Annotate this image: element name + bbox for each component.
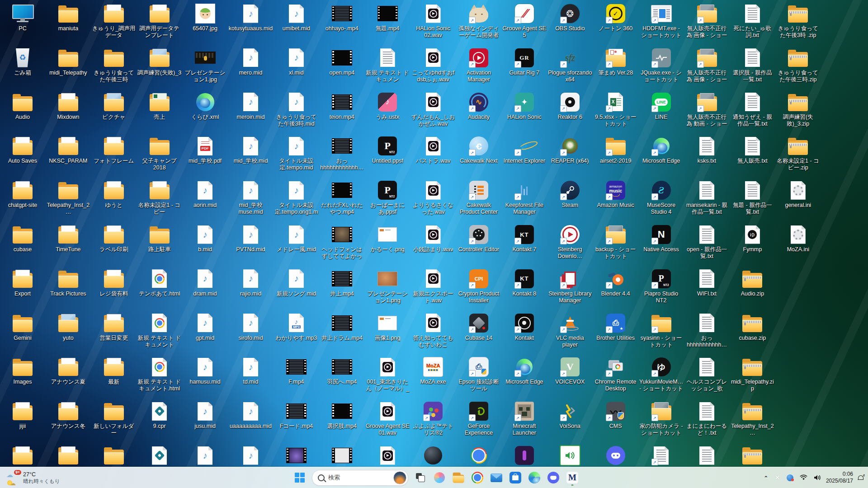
desktop-icon[interactable]: 調声練習(失敗)_3 xyxy=(137,47,182,76)
desktop-icon[interactable]: ゆ↗YukkuriMovieM… - ショートカット xyxy=(639,356,684,392)
desktop-icon[interactable]: ピクチャ xyxy=(92,91,136,121)
volume-icon[interactable] xyxy=(812,469,823,487)
desktop-icon[interactable]: ⫽↗Groove Agent SE 5 xyxy=(502,3,547,39)
desktop-icon[interactable]: ↗Steam xyxy=(548,179,592,209)
desktop-icon[interactable] xyxy=(0,445,45,467)
desktop-icon[interactable]: ↗筆まめ Ver.28 xyxy=(594,47,638,76)
desktop-icon[interactable]: よりうるさくなった.wav xyxy=(411,179,455,216)
desktop-icon[interactable]: 調声練習(失敗)_3.zip xyxy=(776,91,820,127)
wifi-icon[interactable] xyxy=(798,469,809,487)
desktop-icon[interactable]: ラベル印刷 xyxy=(92,224,136,253)
desktop-icon[interactable]: ♪mero.mid xyxy=(229,47,273,76)
desktop-icon[interactable]: 最新 xyxy=(92,356,136,385)
desktop-icon[interactable]: ♪xl.mid xyxy=(274,47,318,76)
desktop-icon[interactable]: ♪uaaaaaaaaa.mid xyxy=(229,400,273,430)
desktop-icon[interactable]: 無題.mp4 xyxy=(365,3,410,32)
desktop-icon[interactable] xyxy=(594,445,638,467)
desktop-icon[interactable]: MoZA.ini xyxy=(776,224,820,253)
desktop-icon[interactable]: ずんだもん_しおかぜふ.wav xyxy=(411,91,455,127)
desktop-icon[interactable]: ksks.txt xyxy=(685,135,729,164)
desktop-icon[interactable] xyxy=(411,445,455,467)
desktop-icon[interactable]: V↗VOICEVOX xyxy=(548,356,592,385)
desktop-icon[interactable]: ♪mid_学校muse.mid xyxy=(229,179,273,216)
desktop-icon[interactable] xyxy=(502,445,547,467)
store-button[interactable] xyxy=(507,469,524,487)
desktop-icon[interactable]: F.mp4 xyxy=(274,356,318,385)
desktop-icon[interactable] xyxy=(730,445,774,467)
desktop-icon[interactable]: 路上駐車 xyxy=(137,224,182,253)
desktop-icon[interactable]: ↗Reaktor 6 xyxy=(548,91,592,121)
desktop-icon[interactable]: ♪meroin.mid xyxy=(229,91,273,121)
desktop-icon[interactable]: yuto xyxy=(46,312,90,342)
desktop-icon[interactable]: ↗VoiSona xyxy=(548,400,592,430)
desktop-icon[interactable]: ♪hamusu.mid xyxy=(183,356,227,385)
desktop-icon[interactable]: midi_Telepathy xyxy=(46,47,90,76)
desktop-icon[interactable]: PDFmid_学校.pdf xyxy=(183,135,227,164)
desktop-icon[interactable]: ♪ xyxy=(229,445,273,467)
desktop-icon[interactable]: GR↗Guitar Rig 7 xyxy=(502,47,547,76)
desktop-icon[interactable]: ♪rajio.mid xyxy=(229,268,273,297)
desktop-icon[interactable]: open.mp4 xyxy=(320,47,364,76)
desktop-icon[interactable]: Track Pictures xyxy=(46,268,90,297)
desktop-icon[interactable]: ♪メドレー風.mid xyxy=(274,224,318,253)
desktop-icon[interactable]: ↗孤独なインディーゲーム開発者の一生 … xyxy=(457,3,501,39)
desktop-icon[interactable]: ♪うみ.ustx xyxy=(365,91,410,121)
desktop-icon[interactable]: NKSC_PARAM xyxy=(46,135,90,164)
m-app-button[interactable]: M xyxy=(564,469,581,487)
desktop-icon[interactable]: ↗HDDFMT.exe - ショートカット xyxy=(639,3,684,39)
desktop-icon[interactable]: teion.mp4 xyxy=(320,91,364,121)
desktop-icon[interactable] xyxy=(137,445,182,467)
desktop-icon[interactable]: ↗Chrome Remote Desktop xyxy=(594,356,638,392)
desktop-icon[interactable]: general.ini xyxy=(776,179,820,209)
desktop-icon[interactable]: 選択肢.mp4 xyxy=(320,400,364,430)
desktop-icon[interactable]: ↗Kontakt xyxy=(502,312,547,342)
desktop-icon[interactable]: X↗9.5.xlsx - ショートカット xyxy=(594,91,638,127)
tray-chevron-up-icon[interactable]: ⌃ xyxy=(762,469,770,487)
desktop-icon[interactable]: open - 親作品一覧.txt xyxy=(685,224,729,260)
desktop-icon[interactable]: midi_Telepathy.zip xyxy=(730,356,774,392)
desktop-icon[interactable]: Audio xyxy=(0,91,45,121)
desktop-icon[interactable]: ↗無人販売不正行為 動画 - ショートカット xyxy=(685,91,729,128)
desktop-icon[interactable] xyxy=(685,445,729,467)
desktop-icon[interactable]: chatgpt-site xyxy=(0,179,45,209)
desktop-icon[interactable]: 井上ドラム.mp4 xyxy=(320,312,364,342)
desktop-icon[interactable]: ↗airset2-2019 xyxy=(594,135,638,164)
desktop-icon[interactable]: ✓↗ノートン 360 xyxy=(594,3,638,32)
desktop-icon[interactable]: おっhhhhhhhhhhh… xyxy=(685,312,729,348)
desktop-icon[interactable]: 新規 テキスト ドキュメント (2).html xyxy=(137,312,182,349)
desktop-icon[interactable]: HALion Sonic 02.wav xyxy=(411,3,455,39)
desktop-icon[interactable]: ↗Microsoft Edge xyxy=(639,135,684,164)
search-highlight-image[interactable] xyxy=(393,471,406,484)
desktop-icon[interactable]: PNT2↗Piapro Studio NT2 xyxy=(639,268,684,304)
desktop-icon[interactable]: ↗backup - ショートカット xyxy=(594,224,638,260)
desktop-icon[interactable]: 名称未設定1 - コピー xyxy=(137,179,182,216)
desktop-icon[interactable]: ↗無人販売不正行為 画像 - ショートカット xyxy=(685,47,729,84)
desktop-icon[interactable]: きゅうり食ってた午後3時 .zip xyxy=(776,3,820,39)
tray-clock[interactable]: 0:06 2025/08/17 xyxy=(826,471,853,484)
desktop-icon[interactable]: Audio.zip xyxy=(730,268,774,297)
desktop-icon[interactable]: ↗REAPER (x64) xyxy=(548,135,592,164)
desktop-icon[interactable]: 新しいフォルダー xyxy=(92,400,136,436)
desktop-icon[interactable] xyxy=(46,445,90,467)
desktop-icon[interactable]: こってゆhdすおf dsbふぉ.wav xyxy=(411,47,455,83)
search-box[interactable]: 検索 xyxy=(312,470,408,486)
desktop-icon[interactable]: アナウンス冬 xyxy=(46,400,90,430)
desktop-icon[interactable]: CPI↗Crypton Product Installer xyxy=(457,268,501,304)
desktop-icon[interactable]: ohhayo-.mp4 xyxy=(320,3,364,32)
desktop-icon[interactable]: manisekarin - 親作品一覧.txt xyxy=(685,179,729,216)
desktop-icon[interactable]: 画像1.png xyxy=(365,312,410,342)
desktop-icon[interactable]: おっhhhhhhhhhhhh… xyxy=(320,135,364,171)
desktop-icon[interactable]: ヘルスコンプレッション_歌詞.txt xyxy=(685,356,729,393)
desktop-icon[interactable]: Fコード.mp4 xyxy=(274,400,318,430)
desktop-icon[interactable]: ♪umibet.mid xyxy=(274,3,318,32)
mail-button[interactable] xyxy=(488,469,505,487)
desktop-icon[interactable]: ヘッドフォンはずしててよかっt.mp4 xyxy=(320,224,364,260)
desktop-icon[interactable]: ↗Cubase 14 xyxy=(457,312,501,342)
desktop-icon[interactable]: プレゼンテーション1.png xyxy=(365,268,410,304)
desktop-icon[interactable]: cubase xyxy=(0,224,45,253)
desktop-icon[interactable]: ♪b.mid xyxy=(183,224,227,253)
desktop-icon[interactable]: ♪タイトル未設定.tempo.orig1.mid xyxy=(274,179,318,216)
desktop-icon[interactable]: ↗Steinberg Library Manager xyxy=(548,268,592,304)
tray-app-sphere-icon[interactable] xyxy=(785,469,795,487)
desktop-icon[interactable]: ↗ぷよぷよ™テトリス®2 xyxy=(411,400,455,436)
